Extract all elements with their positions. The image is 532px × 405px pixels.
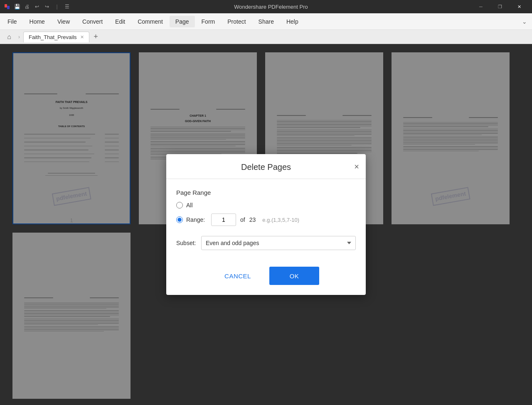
all-radio-row: All [176, 202, 356, 209]
app-icon [3, 3, 11, 10]
expand-icon[interactable]: ⌄ [519, 16, 530, 27]
title-bar-left: 💾 🖨 ↩ ↪ | ☰ [3, 3, 71, 10]
restore-button[interactable]: ❐ [490, 0, 510, 13]
window-controls: ─ ❐ ✕ [471, 0, 529, 13]
tab-close-icon[interactable]: ✕ [80, 34, 84, 40]
new-tab-button[interactable]: + [91, 32, 101, 42]
svg-rect-1 [7, 6, 10, 9]
menu-icon[interactable]: ☰ [63, 3, 71, 10]
home-button[interactable]: ⌂ [3, 31, 15, 43]
delete-pages-modal: Delete Pages × Page Range All Range: of [166, 154, 366, 295]
close-button[interactable]: ✕ [510, 0, 529, 13]
svg-rect-0 [5, 4, 7, 7]
breadcrumb-separator: › [18, 34, 20, 40]
all-label[interactable]: All [186, 202, 193, 209]
page-range-label: Page Range [176, 189, 356, 196]
ok-button[interactable]: OK [269, 267, 319, 285]
minimize-button[interactable]: ─ [471, 0, 490, 13]
menu-protect[interactable]: Protect [222, 16, 251, 27]
subset-label: Subset: [176, 240, 197, 246]
save-icon[interactable]: 💾 [13, 3, 21, 10]
menu-view[interactable]: View [52, 16, 76, 27]
menu-bar: File Home View Convert Edit Comment Page… [0, 13, 532, 30]
redo-icon[interactable]: ↪ [43, 3, 51, 10]
menu-file[interactable]: File [2, 16, 23, 27]
modal-title: Delete Pages [176, 162, 356, 172]
subset-row: Subset: Even and odd pages Even pages on… [176, 236, 356, 250]
file-tab[interactable]: Faith_That_Prevails ✕ [23, 32, 89, 42]
menu-page[interactable]: Page [170, 16, 195, 27]
menu-help[interactable]: Help [281, 16, 304, 27]
menu-comment[interactable]: Comment [132, 16, 169, 27]
app-title: Wondershare PDFelement Pro [71, 4, 471, 10]
range-label: Range: [186, 216, 207, 223]
menu-form[interactable]: Form [196, 16, 221, 27]
modal-body: Page Range All Range: of 23 e.g.(1,3,5,7… [166, 179, 366, 260]
range-radio[interactable] [176, 216, 183, 223]
modal-close-button[interactable]: × [354, 162, 359, 171]
separator: | [53, 3, 61, 10]
modal-header: Delete Pages × [166, 154, 366, 179]
modal-overlay: Delete Pages × Page Range All Range: of [0, 44, 532, 405]
modal-footer: CANCEL OK [166, 260, 366, 295]
menu-edit[interactable]: Edit [109, 16, 131, 27]
range-radio-row: Range: of 23 e.g.(1,3,5,7-10) [176, 214, 356, 226]
all-radio[interactable] [176, 202, 183, 209]
cancel-button[interactable]: CANCEL [213, 267, 263, 285]
total-pages: 23 [249, 216, 256, 223]
menu-convert[interactable]: Convert [76, 16, 108, 27]
example-text: e.g.(1,3,5,7-10) [262, 217, 299, 223]
menu-bar-right: ⌄ [519, 16, 530, 27]
title-bar: 💾 🖨 ↩ ↪ | ☰ Wondershare PDFelement Pro ─… [0, 0, 532, 13]
undo-icon[interactable]: ↩ [33, 3, 41, 10]
main-area: FAITH THAT PREVAILS by Smith Wiggleswort… [0, 44, 532, 405]
subset-select[interactable]: Even and odd pages Even pages only Odd p… [201, 236, 356, 250]
menu-share[interactable]: Share [253, 16, 280, 27]
range-from-input[interactable] [211, 214, 236, 226]
of-text: of [240, 216, 245, 223]
range-controls: Range: of 23 e.g.(1,3,5,7-10) [186, 214, 356, 226]
tab-filename: Faith_That_Prevails [29, 34, 77, 40]
tab-bar: ⌂ › Faith_That_Prevails ✕ + [0, 30, 532, 44]
print-icon[interactable]: 🖨 [23, 3, 31, 10]
menu-home[interactable]: Home [24, 16, 51, 27]
